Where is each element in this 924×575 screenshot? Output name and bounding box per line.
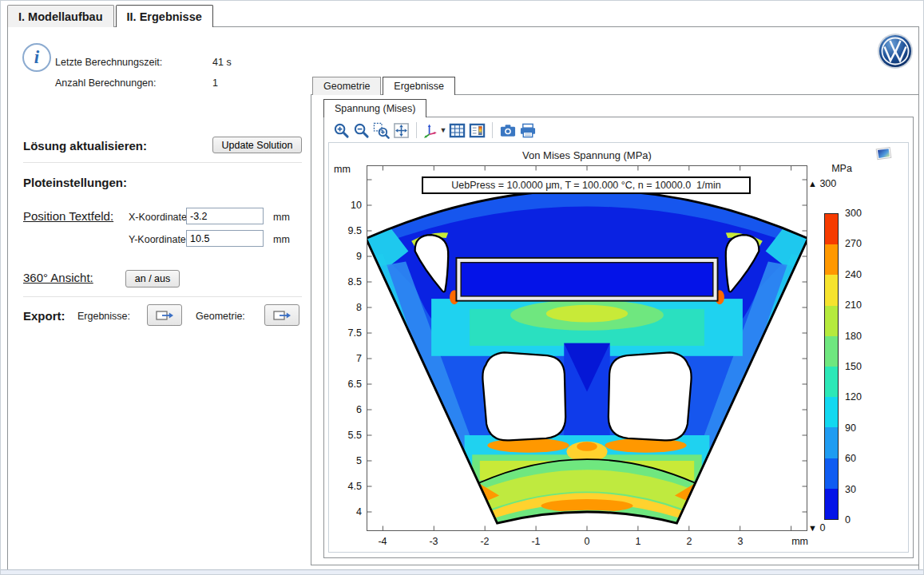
y-tick-label: 4.5	[329, 479, 362, 494]
tab-geometrie[interactable]: Geometrie	[312, 77, 381, 95]
vw-logo	[877, 33, 914, 73]
y-tick-label: 8.5	[329, 275, 362, 289]
y-tick-label: 7	[329, 351, 362, 366]
y-tick-label: 7.5	[329, 326, 362, 340]
colorbar-tick-label: 0	[845, 513, 877, 527]
colorbar-tick-label: 210	[845, 298, 877, 312]
colorbar-segment	[825, 214, 838, 244]
info-icon: i	[22, 43, 51, 72]
app-window: I. Modellaufbau II. Ergebnisse i Letzte …	[0, 0, 924, 575]
y-tick-label: 10	[329, 198, 362, 212]
colorbar-segment	[825, 306, 838, 336]
plot-settings-heading: Ploteinstellungen:	[23, 176, 127, 189]
view360-toggle-button[interactable]: an / aus	[125, 270, 180, 288]
divider	[23, 296, 302, 297]
colorbar-segment	[825, 458, 838, 489]
colorbar-tick-label: 180	[845, 329, 877, 343]
tab-modellaufbau[interactable]: I. Modellaufbau	[7, 5, 114, 27]
colorbar-tick-label: 240	[845, 268, 877, 282]
plot-window-icon[interactable]	[875, 146, 893, 165]
colorbar-segment	[825, 244, 838, 275]
tab-spannung-mises[interactable]: Spannung (Mises)	[323, 99, 426, 117]
toolbar-separator	[416, 122, 417, 138]
show-grid-button[interactable]	[447, 121, 467, 140]
colorbar-tick-labels: 300 270 240 210 180 150 120 90 60 30 0	[845, 206, 877, 527]
export-results-label: Ergebnisse:	[77, 311, 130, 322]
view360-label: 360° Ansicht:	[23, 271, 93, 284]
y-coordinate-input[interactable]	[186, 230, 264, 247]
x-coordinate-label: X-Koordinate:	[129, 212, 189, 223]
colorbar-segment	[825, 397, 838, 427]
graphics-toolbar: ▼	[331, 120, 537, 141]
zoom-extents-button[interactable]	[391, 121, 411, 140]
stress-plot[interactable]	[367, 165, 807, 531]
export-geometry-label: Geometrie:	[196, 311, 245, 322]
x-tick-label: -3	[418, 536, 450, 547]
y-tick-label: 5	[329, 454, 362, 468]
update-solution-label: Lösung aktualisieren:	[23, 139, 147, 153]
x-tick-label: 3	[724, 536, 756, 547]
x-tick-label: -4	[367, 536, 399, 547]
window-bottom-strip	[1, 569, 923, 574]
update-solution-button[interactable]: Update Solution	[212, 137, 302, 153]
export-results-button[interactable]	[147, 304, 182, 326]
grid-icon	[449, 122, 466, 139]
axes-orientation-icon	[422, 122, 439, 139]
default-view-button[interactable]: ▼	[422, 121, 447, 140]
colorbar-tick-label: 60	[845, 451, 877, 466]
colorbar-unit: MPa	[818, 163, 866, 174]
graphics-canvas[interactable]: Von Mises Spannung (MPa) mm	[328, 142, 909, 553]
colorbar-tick-label: 150	[845, 359, 877, 374]
colorbar-segment	[825, 489, 838, 519]
colorbar	[824, 213, 839, 520]
x-tick-label: -2	[469, 536, 501, 547]
colorbar-tick-label: 90	[845, 421, 877, 435]
colorbar-tick-label: 120	[845, 390, 877, 404]
colorbar-segment	[825, 367, 838, 397]
y-coordinate-label: Y-Koordinate:	[129, 234, 188, 245]
zoom-in-icon	[333, 122, 350, 139]
x-axis-tick-labels: -4 -3 -2 -1 0 1 2 3	[367, 536, 756, 547]
tab-ergebnisse[interactable]: II. Ergebnisse	[116, 5, 213, 27]
x-tick-label: -1	[520, 536, 552, 547]
results-tab-bar: Geometrie Ergebnisse	[312, 77, 455, 95]
colorbar-segment	[825, 336, 838, 367]
camera-icon	[499, 122, 517, 139]
main-tab-bar: I. Modellaufbau II. Ergebnisse	[7, 5, 213, 27]
zoom-selected-icon	[373, 122, 390, 139]
x-tick-label: 1	[622, 536, 654, 547]
export-icon	[156, 310, 174, 321]
x-coordinate-input[interactable]	[186, 208, 264, 224]
zoom-out-icon	[353, 122, 370, 139]
divider	[23, 162, 302, 163]
colorbar-segment	[825, 427, 838, 458]
colorbar-min-marker: ▼ 0	[808, 522, 825, 533]
print-button[interactable]	[518, 121, 537, 140]
colorbar-max-marker: ▲ 300	[808, 178, 836, 189]
zoom-extents-icon	[393, 122, 410, 139]
y-axis-unit: mm	[334, 164, 351, 175]
tab-results[interactable]: Ergebnisse	[383, 77, 455, 95]
colorbar-segment	[825, 275, 838, 305]
plot-title: Von Mises Spannung (MPa)	[367, 149, 807, 161]
y-tick-label: 6	[329, 402, 362, 417]
y-tick-label: 6.5	[329, 377, 362, 391]
annotation-box: UebPress = 10.0000 μm, T = 100.000 °C, n…	[422, 176, 751, 194]
x-axis-unit: mm	[776, 536, 808, 547]
x-coordinate-unit: mm	[273, 212, 290, 223]
triangle-up-icon: ▲	[808, 179, 817, 188]
color-legend-icon	[469, 122, 486, 139]
colorbar-tick-label: 300	[845, 206, 877, 220]
zoom-out-button[interactable]	[351, 121, 371, 140]
show-legend-button[interactable]	[467, 121, 487, 140]
y-tick-label: 8	[329, 300, 362, 315]
y-axis-tick-labels: 10 9.5 9 8.5 8 7.5 7 6.5 6 5.5 5 4.5 4	[329, 198, 362, 519]
last-computation-label: Letzte Berechnungszeit:	[55, 57, 162, 68]
export-icon	[273, 310, 291, 321]
zoom-selected-button[interactable]	[371, 121, 391, 140]
computation-count-value: 1	[212, 77, 218, 89]
zoom-in-button[interactable]	[331, 121, 351, 140]
y-coordinate-unit: mm	[273, 234, 290, 245]
snapshot-button[interactable]	[498, 121, 518, 140]
export-geometry-button[interactable]	[264, 304, 299, 326]
